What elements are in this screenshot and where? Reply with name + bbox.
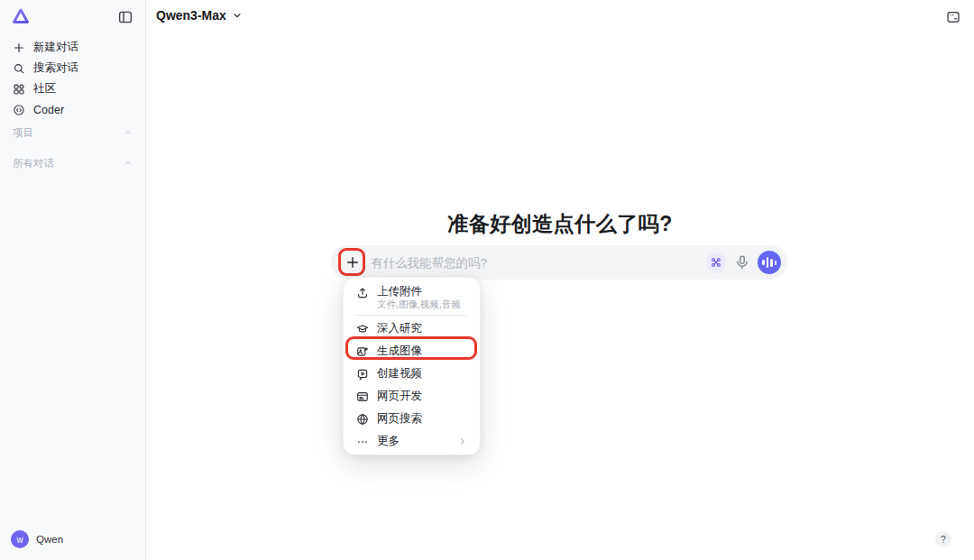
image-edit-icon (356, 345, 369, 358)
menu-item-deep-research[interactable]: 深入研究 (344, 317, 480, 340)
sidebar-item-label: 社区 (33, 81, 56, 96)
menu-item-web-dev[interactable]: 网页开发 (344, 385, 480, 408)
graduation-cap-icon (356, 323, 369, 335)
waveform-bar (770, 259, 773, 267)
sidebar-nav: 新建对话 搜索对话 社区 Coder (0, 37, 145, 120)
search-icon (13, 62, 25, 75)
chevron-up-icon (124, 128, 133, 137)
sidebar-item-label: 搜索对话 (33, 60, 78, 76)
page-title: 准备好创造点什么了吗? (146, 210, 974, 238)
menu-item-label: 更多 (377, 434, 400, 449)
sidebar-item-community[interactable]: 社区 (0, 78, 145, 99)
menu-item-label: 生成图像 (377, 344, 422, 359)
video-create-icon (356, 368, 369, 381)
menu-item-sublabel: 文件,图像,视频,音频 (377, 298, 461, 310)
menu-item-generate-image[interactable]: 生成图像 (344, 340, 480, 363)
sidebar-section-all-chats[interactable]: 所有对话 (0, 156, 145, 170)
sidebar-item-label: 新建对话 (33, 40, 78, 55)
prompt-input-bar (331, 245, 787, 280)
menu-item-create-video[interactable]: 创建视频 (344, 363, 480, 385)
prompt-input[interactable] (371, 245, 659, 280)
section-label: 项目 (13, 126, 33, 140)
sidebar: 新建对话 搜索对话 社区 Coder 项目 所有对话 (0, 0, 146, 560)
help-button[interactable]: ? (935, 531, 951, 547)
sidebar-section-projects[interactable]: 项目 (0, 125, 145, 140)
microphone-icon[interactable] (734, 254, 750, 271)
qwen-knot-icon (711, 257, 721, 268)
avatar: w (11, 530, 29, 548)
chevron-down-icon (232, 10, 243, 21)
globe-icon (356, 413, 369, 426)
thinking-mode-button[interactable] (706, 252, 726, 272)
upload-icon (356, 287, 369, 299)
sidebar-item-label: Coder (33, 104, 64, 116)
model-name: Qwen3-Max (156, 8, 226, 23)
waveform-bar (767, 257, 769, 268)
model-selector[interactable]: Qwen3-Max (156, 8, 243, 23)
attach-plus-button[interactable] (342, 252, 363, 273)
menu-item-upload-attachment[interactable]: 上传附件 文件,图像,视频,音频 (344, 281, 480, 312)
user-name: Qwen (36, 534, 63, 545)
sidebar-item-search-chat[interactable]: 搜索对话 (0, 58, 145, 78)
community-grid-icon (13, 83, 25, 96)
menu-item-more[interactable]: 更多 (344, 430, 480, 453)
menu-item-label: 深入研究 (377, 321, 422, 336)
menu-item-label: 网页开发 (377, 389, 422, 404)
section-label: 所有对话 (13, 157, 54, 170)
more-dots-icon (356, 436, 369, 448)
menu-item-label: 上传附件 (377, 284, 461, 298)
sidebar-collapse-icon[interactable] (117, 9, 133, 25)
browser-window-icon (356, 390, 369, 403)
app-window-icon[interactable] (945, 9, 961, 25)
attach-menu: 上传附件 文件,图像,视频,音频 深入研究 生成图像 创建视频 网页开发 网页搜… (343, 277, 481, 455)
voice-mode-button[interactable] (758, 251, 781, 274)
user-profile[interactable]: w Qwen (11, 530, 63, 548)
menu-divider (354, 315, 469, 316)
chevron-right-icon (457, 436, 467, 446)
menu-item-web-search[interactable]: 网页搜索 (344, 408, 480, 430)
code-circle-icon (13, 104, 25, 116)
waveform-bar (775, 261, 777, 265)
menu-item-label: 创建视频 (377, 366, 422, 381)
plus-icon (13, 41, 25, 54)
qwen-logo-icon (11, 7, 31, 27)
sidebar-item-coder[interactable]: Coder (0, 99, 145, 120)
waveform-bar (762, 260, 765, 265)
sidebar-item-new-chat[interactable]: 新建对话 (0, 37, 145, 58)
chevron-up-icon (124, 159, 133, 168)
menu-item-label: 网页搜索 (377, 411, 422, 427)
